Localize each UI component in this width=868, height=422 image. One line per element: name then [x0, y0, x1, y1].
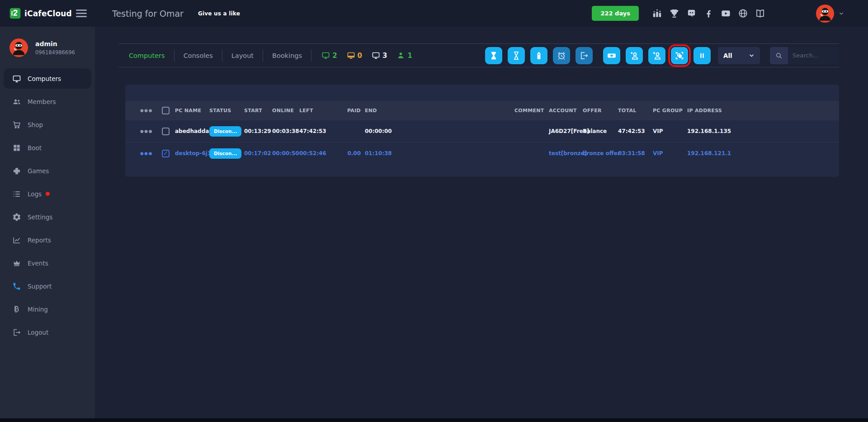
- column-header-offer[interactable]: OFFER: [583, 108, 618, 114]
- search-input[interactable]: [788, 47, 839, 64]
- screen-edge-strip: [0, 418, 868, 422]
- monitor-icon: [12, 74, 21, 83]
- column-header-ip-address[interactable]: IP ADDRESS: [687, 108, 839, 114]
- computers-toolbar: Computers Consoles Layout Bookings 2 0 3: [119, 43, 839, 67]
- column-header-comment[interactable]: COMMENT: [514, 108, 549, 114]
- menu-toggle-icon[interactable]: [76, 8, 87, 19]
- sidebar-user-avatar: [9, 38, 28, 57]
- column-header-paid[interactable]: PAID: [344, 108, 361, 114]
- sidebar-item-shop[interactable]: Shop: [0, 113, 95, 136]
- sidebar-item-computers[interactable]: Computers: [0, 67, 95, 90]
- row-menu-icon[interactable]: ●●●: [140, 129, 162, 133]
- user-name: admin: [35, 40, 75, 47]
- start-timed-session-button[interactable]: [485, 47, 502, 64]
- table-row[interactable]: ●●● desktop-6j3rg... Discon... 00:17:02 …: [125, 142, 839, 164]
- member-actions: [603, 47, 711, 64]
- counter-computers-booked[interactable]: 0: [347, 51, 362, 60]
- sidebar-item-logout[interactable]: Logout: [0, 321, 95, 344]
- charge-battery-button[interactable]: [530, 47, 547, 64]
- give-us-a-like-link[interactable]: Give us a like: [198, 10, 240, 17]
- ranking-icon[interactable]: [652, 8, 662, 19]
- sidebar-nav: Computers Members Shop Boot Games Logs S…: [0, 67, 95, 344]
- discord-icon[interactable]: [686, 8, 697, 19]
- select-chevron-down-icon: [749, 52, 755, 58]
- sidebar-item-label: Settings: [28, 213, 52, 221]
- globe-icon[interactable]: [738, 8, 748, 19]
- tab-separator: [311, 50, 311, 62]
- tab-bookings[interactable]: Bookings: [263, 52, 311, 59]
- search-icon[interactable]: [770, 47, 788, 64]
- sidebar-item-settings[interactable]: Settings: [0, 205, 95, 228]
- monitor-icon: [372, 51, 380, 60]
- screen-watch-button[interactable]: [671, 47, 688, 64]
- select-all-checkbox[interactable]: [162, 107, 170, 114]
- cell-pc-name[interactable]: abedhaddara: [175, 128, 209, 134]
- column-header-online[interactable]: ONLINE: [272, 108, 299, 114]
- status-badge[interactable]: Discon...: [209, 148, 241, 159]
- sidebar-item-label: Logs: [28, 190, 42, 198]
- cell-left: 47:42:53: [299, 128, 344, 134]
- tab-consoles[interactable]: Consoles: [175, 52, 222, 59]
- session-actions: [485, 47, 593, 64]
- cell-end: 00:00:00: [361, 128, 514, 134]
- sidebar-item-reports[interactable]: Reports: [0, 228, 95, 251]
- column-header-status[interactable]: STATUS: [209, 108, 244, 114]
- row-checkbox[interactable]: [162, 128, 170, 135]
- sidebar-item-support[interactable]: Support: [0, 275, 95, 298]
- pause-button[interactable]: [693, 47, 711, 64]
- view-tabs: Computers Consoles Layout Bookings: [119, 44, 311, 67]
- sidebar-user-block[interactable]: admin 096184986696: [0, 27, 95, 57]
- sidebar-item-members[interactable]: Members: [0, 90, 95, 113]
- ninja-avatar-image: [9, 38, 28, 57]
- topbar-icon-row: [652, 8, 765, 19]
- end-session-button[interactable]: [576, 47, 593, 64]
- days-remaining-button[interactable]: 222 days: [592, 6, 639, 21]
- payment-button[interactable]: [603, 47, 620, 64]
- column-header-total[interactable]: TOTAL: [618, 108, 653, 114]
- monitor-icon: [347, 51, 355, 60]
- sidebar-item-events[interactable]: Events: [0, 251, 95, 275]
- cell-total: 03:31:58: [618, 150, 653, 156]
- column-header-account[interactable]: ACCOUNT: [549, 108, 583, 114]
- status-badge[interactable]: Discon...: [209, 126, 241, 137]
- row-menu-icon[interactable]: ●●●: [140, 151, 162, 156]
- column-header-start[interactable]: START: [244, 108, 272, 114]
- phone-icon: [12, 282, 21, 291]
- facebook-icon[interactable]: [703, 8, 714, 19]
- add-guest-member-button[interactable]: [626, 47, 643, 64]
- monitor-icon: [321, 51, 330, 60]
- group-filter-select[interactable]: All: [718, 47, 760, 64]
- start-open-session-button[interactable]: [508, 47, 525, 64]
- cell-end: 01:10:38: [361, 150, 514, 156]
- column-header-end[interactable]: END: [361, 108, 514, 114]
- row-checkbox[interactable]: [162, 150, 170, 157]
- account-chevron-down-icon[interactable]: [838, 10, 844, 17]
- counter-computers-on[interactable]: 2: [321, 51, 337, 60]
- alarm-button[interactable]: [553, 47, 570, 64]
- documentation-icon[interactable]: [755, 8, 765, 19]
- cell-pc-name[interactable]: desktop-6j3rg...: [175, 150, 209, 156]
- sidebar-item-boot[interactable]: Boot: [0, 136, 95, 159]
- sidebar-item-games[interactable]: Games: [0, 159, 95, 182]
- hourglass-outline-icon: [511, 51, 521, 61]
- chart-icon: [12, 236, 21, 245]
- sidebar-item-logs[interactable]: Logs: [0, 182, 95, 205]
- brand: iCafeCloud: [0, 7, 95, 19]
- counter-computers-off[interactable]: 3: [372, 51, 387, 60]
- trophy-icon[interactable]: [669, 8, 679, 19]
- column-header-pc-name[interactable]: PC NAME: [175, 108, 209, 114]
- column-header-pc-group[interactable]: PC GROUP: [653, 108, 687, 114]
- tab-layout[interactable]: Layout: [222, 52, 263, 59]
- tab-computers[interactable]: Computers: [119, 52, 174, 59]
- sidebar-item-mining[interactable]: Mining: [0, 298, 95, 321]
- cell-account: test[bronze]: [549, 150, 583, 156]
- table-row[interactable]: ●●● abedhaddara Discon... 00:13:29 00:03…: [125, 120, 839, 142]
- user-avatar[interactable]: [816, 5, 834, 23]
- add-member-button[interactable]: [648, 47, 665, 64]
- column-header-left[interactable]: LEFT: [299, 108, 344, 114]
- cell-online: 00:00:50: [272, 150, 299, 156]
- list-icon: [12, 190, 21, 199]
- sidebar-item-label: Members: [28, 98, 56, 105]
- youtube-icon[interactable]: [721, 8, 731, 19]
- counter-members-online[interactable]: 1: [396, 51, 412, 60]
